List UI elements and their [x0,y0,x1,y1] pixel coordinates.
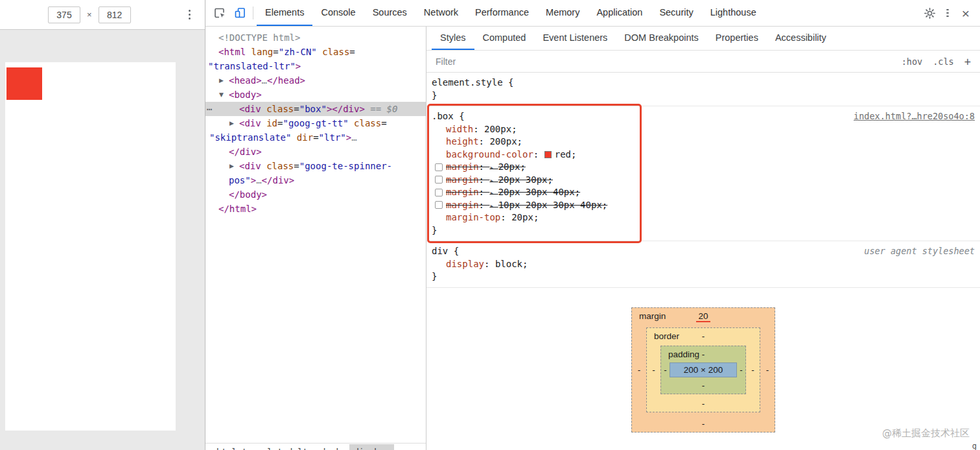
rule-selector-line: element.style { [432,77,975,89]
code-token: "goog-gt-tt" [283,118,348,128]
breadcrumb-div-box[interactable]: div.box [349,444,394,450]
shorthand-expand-icon[interactable]: ▸ [489,176,498,185]
more-actions-icon[interactable]: ⋯ [207,102,211,116]
tab-lighthouse[interactable]: Lighthouse [702,0,765,26]
styles-tab-event-listeners[interactable]: Event Listeners [534,27,616,50]
tab-console[interactable]: Console [312,0,364,26]
devtools-more-options-icon[interactable] [940,5,955,21]
collapse-icon[interactable]: ▼ [219,88,224,102]
new-style-rule-button[interactable]: + [964,55,971,68]
tree-row[interactable]: <html lang="zh-CN" class= [205,45,426,59]
tab-memory[interactable]: Memory [537,0,588,26]
styles-tab-styles[interactable]: Styles [432,27,474,50]
property-toggle-checkbox[interactable] [435,163,443,171]
box-model-content[interactable]: 200 × 200 [670,362,737,377]
code-token: </body> [229,189,267,200]
styles-tab-properties[interactable]: Properties [707,27,767,50]
tree-row[interactable]: "skiptranslate" dir="ltr">… [205,130,426,145]
tree-row[interactable]: ▶<div id="goog-gt-tt" class= [205,116,426,130]
stylesheet-origin-label: user agent stylesheet [864,245,975,258]
close-devtools-icon[interactable]: × [958,5,974,21]
styles-tab-computed[interactable]: Computed [474,27,535,50]
tree-row[interactable]: </body> [205,187,426,202]
main-toolbar: ElementsConsoleSourcesNetworkPerformance… [205,0,980,27]
code-token: "zh-CN" [279,47,317,57]
css-property-margin-top[interactable]: margin-top: 20px; [432,211,975,224]
red-box-element[interactable] [6,67,42,100]
tab-network[interactable]: Network [415,0,467,26]
styles-tab-accessibility[interactable]: Accessibility [767,27,835,50]
expand-icon[interactable]: ▶ [229,116,234,130]
devtools-panels: <!DOCTYPE html><html lang="zh-CN" class=… [205,27,980,450]
css-property-display[interactable]: display: block; [432,258,975,271]
breadcrumb-html-translated-ltr[interactable]: html.translated-ltr [212,444,318,450]
tree-row[interactable]: <!DOCTYPE html> [205,30,426,45]
tree-row[interactable]: pos">…</div> [205,173,426,187]
rule-close-brace: } [432,224,975,237]
expand-icon[interactable]: ▶ [229,159,234,173]
css-property-margin[interactable]: margin: ▸ 20px 30px; [432,174,975,187]
style-rule-div[interactable]: div {user agent stylesheetdisplay: block… [426,241,980,288]
emulated-page[interactable] [5,62,176,431]
code-token: <body> [229,89,262,100]
code-token: <div [239,118,261,128]
css-property-background-color[interactable]: background-color: red; [432,148,975,161]
code-token: == $0 [365,104,398,114]
rule-selector: element.style { [432,77,975,89]
box-model-border[interactable]: border - - - - padding - - - [646,327,760,412]
box-model-margin[interactable]: margin 20 - - - border - - - - [631,307,775,432]
settings-gear-icon[interactable] [922,5,937,21]
border-top-value: - [647,331,760,341]
tree-row[interactable]: </div> [205,145,426,159]
code-token: class [317,47,350,57]
css-property-margin[interactable]: margin: ▸ 20px; [432,161,975,174]
elements-panel: <!DOCTYPE html><html lang="zh-CN" class=… [205,27,426,450]
device-viewport [0,30,205,450]
code-token: class [349,118,382,128]
styles-filter-input[interactable] [436,56,902,67]
device-toolbar-toggle-icon[interactable] [233,5,248,21]
expand-icon[interactable]: ▶ [219,73,224,88]
border-bottom-value: - [647,399,760,409]
tab-performance[interactable]: Performance [467,0,537,26]
margin-right-value: - [760,365,775,375]
tree-row[interactable]: </html> [205,202,426,216]
device-height-input[interactable] [99,6,131,23]
shorthand-expand-icon[interactable]: ▸ [489,202,498,210]
margin-top-value: 20 [632,311,775,321]
tree-row[interactable]: ▶<div class="goog-te-spinner- [205,159,426,173]
shorthand-expand-icon[interactable]: ▸ [489,163,498,172]
device-options-icon[interactable] [185,6,195,24]
code-token: </head> [267,75,305,86]
inspect-element-icon[interactable] [212,5,228,21]
tab-security[interactable]: Security [651,0,701,26]
property-toggle-checkbox[interactable] [435,201,443,209]
tree-row[interactable]: "translated-ltr"> [205,59,426,73]
tree-row[interactable]: ▶<head>…</head> [205,73,426,88]
property-toggle-checkbox[interactable] [435,189,443,196]
color-swatch[interactable] [544,151,552,158]
css-property-height[interactable]: height: 200px; [432,136,975,148]
pseudo-class-panel-button[interactable]: :hov [902,56,923,67]
code-token: <head> [229,75,262,86]
tab-elements[interactable]: Elements [257,0,312,26]
style-rule-element-style[interactable]: element.style {} [426,73,980,106]
css-property-margin[interactable]: margin: ▸ 10px 20px 30px 40px; [432,199,975,212]
property-toggle-checkbox[interactable] [435,176,443,184]
style-rule-box[interactable]: .box {index.html?…hre20so4o:8width: 200p… [426,106,980,241]
code-token: … [262,75,267,86]
shorthand-expand-icon[interactable]: ▸ [489,189,498,197]
styles-tab-dom-breakpoints[interactable]: DOM Breakpoints [616,27,706,50]
elements-tree: <!DOCTYPE html><html lang="zh-CN" class=… [205,27,426,216]
css-property-margin[interactable]: margin: ▸ 20px 30px 40px; [432,186,975,199]
stylesheet-source-link[interactable]: index.html?…hre20so4o:8 [854,110,975,123]
breadcrumb-body[interactable]: body [319,444,348,450]
tree-row[interactable]: ▼<body> [205,88,426,102]
tab-sources[interactable]: Sources [364,0,415,26]
box-model-padding[interactable]: padding - - - - 200 × 200 [660,346,746,394]
css-property-width[interactable]: width: 200px; [432,123,975,136]
tab-application[interactable]: Application [588,0,651,26]
element-classes-button[interactable]: .cls [933,56,954,67]
device-width-input[interactable] [48,6,80,23]
tree-row[interactable]: ⋯<div class="box"></div> == $0 [205,102,426,116]
